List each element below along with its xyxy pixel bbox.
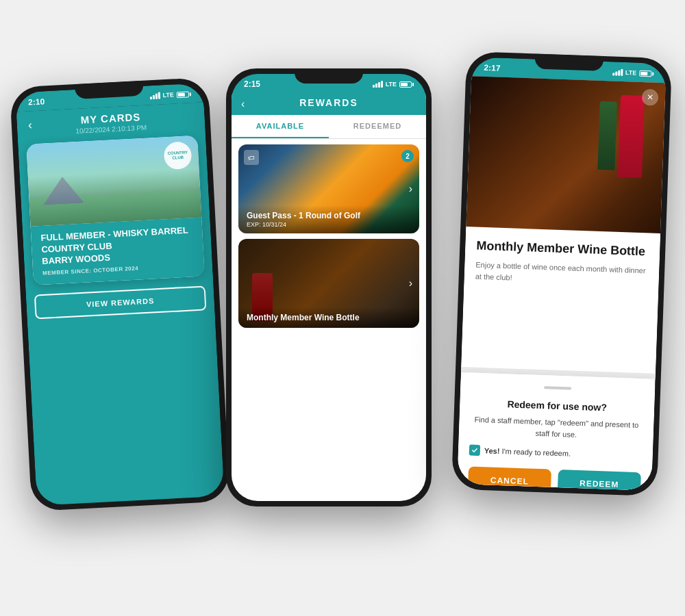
phone-3-status-icons: LTE	[612, 68, 654, 77]
phone-3-content: ✕ Monthly Member Wine Bottle Enjoy a bot…	[457, 76, 666, 491]
signal-bar-3	[155, 94, 157, 99]
checkbox-label: Yes! I'm ready to redeem.	[484, 446, 571, 457]
signal-bar-1	[150, 97, 152, 99]
lte-text: LTE	[162, 91, 174, 99]
wine-description: Enjoy a bottle of wine once each month w…	[475, 259, 649, 288]
checkbox-text: I'm ready to redeem.	[499, 447, 571, 458]
back-button-2[interactable]: ‹	[241, 98, 245, 110]
phone-2-notch	[295, 68, 363, 84]
chevron-right-icon: ›	[409, 183, 412, 195]
cancel-button[interactable]: CANCEL	[468, 466, 551, 490]
lte-text-3: LTE	[625, 69, 637, 77]
mountain-shape	[42, 176, 84, 205]
checkbox-row: Yes! I'm ready to redeem.	[469, 444, 642, 461]
chevron-right-icon-2: ›	[409, 277, 412, 290]
phone-1: 2:10 LTE	[10, 77, 230, 511]
redeem-title: Redeem for use now?	[471, 397, 643, 414]
phone-1-status-icons: LTE	[149, 90, 191, 99]
reward-2-label: Monthly Member Wine Bottle	[238, 307, 419, 328]
tag-icon: 🏷	[244, 150, 259, 165]
reward-1-label: Guest Pass - 1 Round of Golf EXP: 10/31/…	[238, 205, 419, 233]
logo-text: COUNTRY CLUB	[164, 151, 192, 161]
phone-2-header: ‹ REWARDS	[232, 93, 426, 115]
reward-badge: 2	[401, 150, 414, 162]
phone-3-body: Monthly Member Wine Bottle Enjoy a bottl…	[461, 227, 660, 374]
battery-icon-3	[639, 70, 653, 77]
scene: 2:10 LTE	[0, 0, 685, 616]
phone-3-time: 2:17	[484, 63, 501, 73]
phone-2-content: ‹ REWARDS AVAILABLE REDEEMED 🏷 2 Guest P…	[232, 93, 426, 501]
lte-text: LTE	[386, 81, 397, 88]
phone-2: 2:15 LTE	[226, 68, 432, 506]
phone-2-inner: 2:15 LTE	[232, 74, 426, 501]
battery-icon	[399, 81, 414, 88]
action-buttons: CANCEL REDEEM	[468, 466, 641, 490]
signal-icon-3	[612, 68, 623, 76]
divider-bar	[544, 386, 571, 389]
phone-1-body: COUNTRY CLUB FULL MEMBER - WHISKY BARREL…	[18, 135, 215, 328]
phone-3-inner: 2:17 LTE	[457, 57, 667, 491]
phone-1-inner: 2:10 LTE	[15, 83, 224, 506]
tab-available[interactable]: AVAILABLE	[232, 115, 329, 138]
phone-2-status-icons: LTE	[373, 81, 414, 88]
close-button[interactable]: ✕	[642, 89, 659, 106]
reward-card-wine[interactable]: Monthly Member Wine Bottle ›	[238, 239, 419, 328]
battery-body	[177, 91, 189, 98]
wine-title: Monthly Member Wine Bottle	[476, 238, 649, 260]
battery-tip	[190, 92, 191, 96]
redeem-section: Redeem for use now? Find a staff member,…	[457, 372, 656, 491]
redeem-description: Find a staff member, tap "redeem" and pr…	[470, 413, 643, 442]
signal-bar-4	[158, 92, 160, 99]
battery-icon	[177, 91, 191, 98]
phone-2-time: 2:15	[244, 79, 260, 89]
reward-card-golf[interactable]: 🏷 2 Guest Pass - 1 Round of Golf EXP: 10…	[238, 144, 419, 233]
phone-1-time: 2:10	[28, 97, 45, 107]
phone-1-content: ‹ MY CARDS 10/22/2024 2:10:13 PM COUNTRY…	[16, 102, 225, 506]
phone-3: 2:17 LTE	[451, 51, 672, 496]
phone-3-notch	[534, 53, 603, 70]
member-card-image: COUNTRY CLUB	[26, 136, 201, 227]
signal-icon	[373, 81, 383, 88]
ready-checkbox[interactable]	[469, 444, 481, 456]
member-title: FULL MEMBER - WHISKY BARREL COUNTRY CLUB…	[40, 224, 194, 267]
rewards-title: REWARDS	[242, 97, 415, 108]
checkbox-yes: Yes!	[484, 446, 500, 455]
view-rewards-button[interactable]: VIEW REWARDS	[34, 285, 207, 319]
rewards-tabs: AVAILABLE REDEEMED	[232, 115, 426, 139]
wine-hero-image: ✕	[466, 76, 666, 233]
checkmark-icon	[471, 447, 478, 454]
member-card-info: FULL MEMBER - WHISKY BARREL COUNTRY CLUB…	[31, 218, 205, 285]
member-card: COUNTRY CLUB FULL MEMBER - WHISKY BARREL…	[26, 136, 204, 285]
redeem-button[interactable]: REDEEM	[558, 470, 641, 491]
battery-fill	[178, 92, 185, 97]
tab-redeemed[interactable]: REDEEMED	[329, 115, 426, 138]
signal-icon	[149, 92, 160, 100]
back-button[interactable]: ‹	[27, 118, 32, 132]
signal-bar-2	[152, 95, 154, 99]
